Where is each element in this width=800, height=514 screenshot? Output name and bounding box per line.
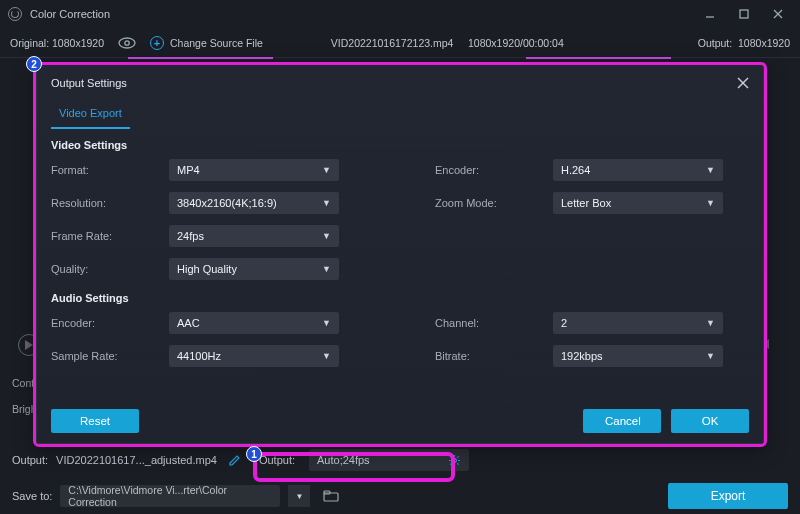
annotation-badge-1: 1 bbox=[246, 446, 262, 462]
preview-eye-icon[interactable] bbox=[118, 37, 136, 49]
chevron-down-icon: ▼ bbox=[706, 318, 715, 328]
output-file-label: Output: bbox=[12, 454, 48, 466]
audio-encoder-select[interactable]: AAC▼ bbox=[169, 312, 339, 334]
chevron-down-icon: ▼ bbox=[322, 351, 331, 361]
quality-select[interactable]: High Quality▼ bbox=[169, 258, 339, 280]
chevron-down-icon: ▼ bbox=[322, 264, 331, 274]
svg-marker-6 bbox=[25, 340, 33, 350]
change-source-label: Change Source File bbox=[170, 37, 263, 49]
svg-rect-1 bbox=[740, 10, 748, 18]
app-logo-icon bbox=[8, 7, 22, 21]
accent-underline-left bbox=[128, 57, 273, 59]
gear-icon[interactable] bbox=[448, 454, 461, 467]
save-to-path[interactable]: C:\Vidmore\Vidmore Vi...rter\Color Corre… bbox=[60, 485, 280, 507]
rename-output-icon[interactable] bbox=[229, 454, 241, 466]
export-button[interactable]: Export bbox=[668, 483, 788, 509]
svg-point-4 bbox=[119, 38, 135, 48]
resolution-label: Resolution: bbox=[51, 197, 151, 209]
dialog-close-button[interactable] bbox=[737, 77, 749, 89]
video-encoder-select[interactable]: H.264▼ bbox=[553, 159, 723, 181]
change-source-button[interactable]: + Change Source File bbox=[150, 36, 263, 50]
reset-button[interactable]: Reset bbox=[51, 409, 139, 433]
cancel-button[interactable]: Cancel bbox=[583, 409, 661, 433]
source-filename: VID20221016172123.mp4 bbox=[331, 37, 454, 49]
title-bar: Color Correction bbox=[0, 0, 800, 28]
output-format-value: Auto;24fps bbox=[317, 454, 370, 466]
original-label: Original: bbox=[10, 37, 49, 49]
dialog-title: Output Settings bbox=[51, 77, 127, 89]
tab-video-export[interactable]: Video Export bbox=[51, 101, 130, 129]
bitrate-label: Bitrate: bbox=[435, 350, 535, 362]
quality-label: Quality: bbox=[51, 263, 151, 275]
svg-point-5 bbox=[125, 40, 129, 44]
open-folder-button[interactable] bbox=[318, 485, 344, 507]
chevron-down-icon: ▼ bbox=[322, 231, 331, 241]
chevron-down-icon: ▼ bbox=[706, 198, 715, 208]
bitrate-select[interactable]: 192kbps▼ bbox=[553, 345, 723, 367]
chevron-down-icon: ▼ bbox=[322, 198, 331, 208]
samplerate-label: Sample Rate: bbox=[51, 350, 151, 362]
zoom-mode-select[interactable]: Letter Box▼ bbox=[553, 192, 723, 214]
video-settings-heading: Video Settings bbox=[37, 129, 763, 157]
channel-select[interactable]: 2▼ bbox=[553, 312, 723, 334]
svg-point-10 bbox=[453, 458, 457, 462]
format-select[interactable]: MP4▼ bbox=[169, 159, 339, 181]
source-res-duration: 1080x1920/00:00:04 bbox=[468, 37, 564, 49]
framerate-select[interactable]: 24fps▼ bbox=[169, 225, 339, 247]
output-resolution: 1080x1920 bbox=[738, 37, 790, 49]
output-filename: VID2022101617..._adjusted.mp4 bbox=[56, 454, 217, 466]
info-bar: Original: 1080x1920 + Change Source File… bbox=[0, 28, 800, 58]
save-to-dropdown[interactable]: ▼ bbox=[288, 485, 310, 507]
plus-circle-icon: + bbox=[150, 36, 164, 50]
samplerate-select[interactable]: 44100Hz▼ bbox=[169, 345, 339, 367]
maximize-button[interactable] bbox=[730, 3, 758, 25]
framerate-label: Frame Rate: bbox=[51, 230, 151, 242]
annotation-badge-2: 2 bbox=[26, 56, 42, 72]
speaker-icon[interactable] bbox=[762, 338, 776, 350]
chevron-down-icon: ▼ bbox=[706, 165, 715, 175]
accent-underline-right bbox=[526, 57, 671, 59]
zoom-mode-label: Zoom Mode: bbox=[435, 197, 535, 209]
output-format-label: Output: bbox=[259, 454, 295, 466]
output-format-field[interactable]: Auto;24fps bbox=[309, 449, 469, 471]
save-to-label: Save to: bbox=[12, 490, 52, 502]
window-title: Color Correction bbox=[30, 8, 110, 20]
video-encoder-label: Encoder: bbox=[435, 164, 535, 176]
chevron-down-icon: ▼ bbox=[322, 165, 331, 175]
output-settings-dialog: Output Settings Video Export Video Setti… bbox=[36, 64, 764, 444]
format-label: Format: bbox=[51, 164, 151, 176]
chevron-down-icon: ▼ bbox=[706, 351, 715, 361]
chevron-down-icon: ▼ bbox=[322, 318, 331, 328]
audio-settings-heading: Audio Settings bbox=[37, 282, 763, 310]
audio-encoder-label: Encoder: bbox=[51, 317, 151, 329]
original-resolution: 1080x1920 bbox=[52, 37, 104, 49]
ok-button[interactable]: OK bbox=[671, 409, 749, 433]
close-button[interactable] bbox=[764, 3, 792, 25]
minimize-button[interactable] bbox=[696, 3, 724, 25]
resolution-select[interactable]: 3840x2160(4K;16:9)▼ bbox=[169, 192, 339, 214]
output-label: Output: bbox=[698, 37, 732, 49]
channel-label: Channel: bbox=[435, 317, 535, 329]
